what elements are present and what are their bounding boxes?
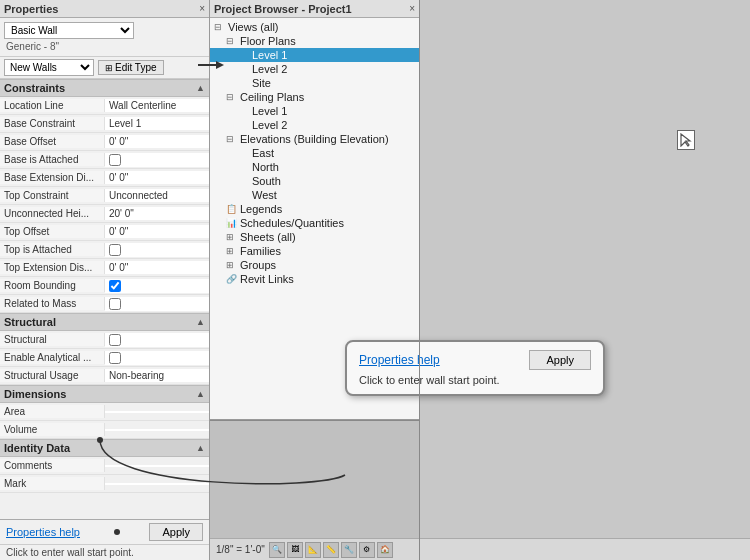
- popup-apply-button[interactable]: Apply: [529, 350, 591, 370]
- main-canvas: [420, 0, 750, 560]
- main-status-bar: 1/8" = 1'-0" 🔍 🖼 📐 📏 🔧 ⚙ 🏠: [210, 538, 750, 560]
- tree-ceiling-plans[interactable]: ⊟ Ceiling Plans: [210, 90, 419, 104]
- structural-checkbox[interactable]: [109, 334, 121, 346]
- section-identity-arrow: ▲: [196, 443, 205, 453]
- popup-dialog: Properties help Apply Click to enter wal…: [345, 340, 605, 396]
- tree-elevations[interactable]: ⊟ Elevations (Building Elevation): [210, 132, 419, 146]
- edit-type-icon: ⊞: [105, 63, 113, 73]
- tree-level-2-ceiling[interactable]: Level 2: [210, 118, 419, 132]
- tree-level-1-floor[interactable]: Level 1: [210, 48, 419, 62]
- tree-west[interactable]: West: [210, 188, 419, 202]
- prop-location-line: Location Line Wall Centerline: [0, 97, 209, 115]
- room-bounding-checkbox[interactable]: [109, 280, 121, 292]
- expand-icon: ⊟: [214, 22, 228, 32]
- tree-south[interactable]: South: [210, 174, 419, 188]
- section-structural-arrow: ▲: [196, 317, 205, 327]
- tree-level-1-ceiling[interactable]: Level 1: [210, 104, 419, 118]
- tree-groups[interactable]: ⊞ Groups: [210, 258, 419, 272]
- chain-icon: 🔗: [226, 274, 240, 284]
- prop-base-offset: Base Offset 0' 0": [0, 133, 209, 151]
- prop-volume: Volume: [0, 421, 209, 439]
- tree-level-2-floor[interactable]: Level 2: [210, 62, 419, 76]
- wall-type-dropdown[interactable]: Basic Wall: [4, 22, 134, 39]
- new-walls-row: New Walls ⊞ Edit Type: [0, 57, 209, 79]
- project-browser-titlebar: Project Browser - Project1 ×: [210, 0, 419, 18]
- status-icon-5: 🔧: [341, 542, 357, 558]
- schedule-icon: 📊: [226, 218, 240, 228]
- prop-top-offset: Top Offset 0' 0": [0, 223, 209, 241]
- status-icons: 🔍 🖼 📐 📏 🔧 ⚙ 🏠: [269, 542, 393, 558]
- prop-top-extension: Top Extension Dis... 0' 0": [0, 259, 209, 277]
- properties-titlebar: Properties ×: [0, 0, 209, 18]
- status-icon-2: 🖼: [287, 542, 303, 558]
- prop-room-bounding: Room Bounding: [0, 277, 209, 295]
- project-browser-title: Project Browser - Project1: [214, 3, 352, 15]
- base-attached-checkbox[interactable]: [109, 154, 121, 166]
- canvas-cursor-icon: [677, 130, 695, 150]
- section-identity-data[interactable]: Identity Data ▲: [0, 439, 209, 457]
- prop-enable-analytical: Enable Analytical ...: [0, 349, 209, 367]
- properties-apply-button[interactable]: Apply: [149, 523, 203, 541]
- section-constraints-arrow: ▲: [196, 83, 205, 93]
- tree-floor-plans[interactable]: ⊟ Floor Plans: [210, 34, 419, 48]
- prop-base-extension: Base Extension Di... 0' 0": [0, 169, 209, 187]
- prop-base-constraint: Base Constraint Level 1: [0, 115, 209, 133]
- expand-icon: ⊞: [226, 246, 240, 256]
- popup-status-text: Click to enter wall start point.: [359, 374, 591, 386]
- status-icon-4: 📏: [323, 542, 339, 558]
- list-icon: 📋: [226, 204, 240, 214]
- tree-families[interactable]: ⊞ Families: [210, 244, 419, 258]
- section-structural[interactable]: Structural ▲: [0, 313, 209, 331]
- prop-unconnected-height: Unconnected Hei... 20' 0": [0, 205, 209, 223]
- popup-top-row: Properties help Apply: [359, 350, 591, 370]
- status-icon-7: 🏠: [377, 542, 393, 558]
- properties-title: Properties: [4, 3, 58, 15]
- prop-mark: Mark: [0, 475, 209, 493]
- expand-icon: ⊟: [226, 134, 240, 144]
- arrow-annotation: [196, 57, 226, 75]
- new-walls-select[interactable]: New Walls: [4, 59, 94, 76]
- tree-revit-links[interactable]: 🔗 Revit Links: [210, 272, 419, 286]
- section-dimensions[interactable]: Dimensions ▲: [0, 385, 209, 403]
- top-attached-checkbox[interactable]: [109, 244, 121, 256]
- properties-panel: Properties × Basic Wall Generic - 8" New…: [0, 0, 210, 560]
- expand-icon: ⊞: [226, 232, 240, 242]
- prop-base-attached: Base is Attached: [0, 151, 209, 169]
- tree-legends[interactable]: 📋 Legends: [210, 202, 419, 216]
- status-icon-3: 📐: [305, 542, 321, 558]
- properties-help-link[interactable]: Properties help: [6, 526, 80, 538]
- scale-text: 1/8" = 1'-0": [216, 544, 265, 555]
- tree-views-all[interactable]: ⊟ Views (all): [210, 20, 419, 34]
- prop-related-to-mass: Related to Mass: [0, 295, 209, 313]
- prop-area: Area: [0, 403, 209, 421]
- tree-sheets[interactable]: ⊞ Sheets (all): [210, 230, 419, 244]
- properties-content: Constraints ▲ Location Line Wall Centerl…: [0, 79, 209, 519]
- tree-site[interactable]: Site: [210, 76, 419, 90]
- horizontal-separator: [210, 420, 420, 421]
- expand-icon: ⊞: [226, 260, 240, 270]
- popup-help-link[interactable]: Properties help: [359, 353, 440, 367]
- prop-structural-usage: Structural Usage Non-bearing: [0, 367, 209, 385]
- prop-top-constraint: Top Constraint Unconnected: [0, 187, 209, 205]
- related-mass-checkbox[interactable]: [109, 298, 121, 310]
- edit-type-button[interactable]: ⊞ Edit Type: [98, 60, 164, 75]
- properties-status-bar: Click to enter wall start point.: [0, 544, 209, 560]
- wall-type-selector: Basic Wall Generic - 8": [0, 18, 209, 57]
- analytical-checkbox[interactable]: [109, 352, 121, 364]
- prop-structural: Structural: [0, 331, 209, 349]
- prop-comments: Comments: [0, 457, 209, 475]
- status-icon-6: ⚙: [359, 542, 375, 558]
- status-icon-1: 🔍: [269, 542, 285, 558]
- properties-close-btn[interactable]: ×: [199, 3, 205, 14]
- vertical-separator: [419, 0, 420, 560]
- help-dot: [114, 529, 120, 535]
- section-dimensions-arrow: ▲: [196, 389, 205, 399]
- section-constraints[interactable]: Constraints ▲: [0, 79, 209, 97]
- project-browser-close-btn[interactable]: ×: [409, 3, 415, 14]
- prop-top-attached: Top is Attached: [0, 241, 209, 259]
- tree-schedules[interactable]: 📊 Schedules/Quantities: [210, 216, 419, 230]
- tree-north[interactable]: North: [210, 160, 419, 174]
- tree-east[interactable]: East: [210, 146, 419, 160]
- properties-footer: Properties help Apply: [0, 519, 209, 544]
- expand-icon: ⊟: [226, 36, 240, 46]
